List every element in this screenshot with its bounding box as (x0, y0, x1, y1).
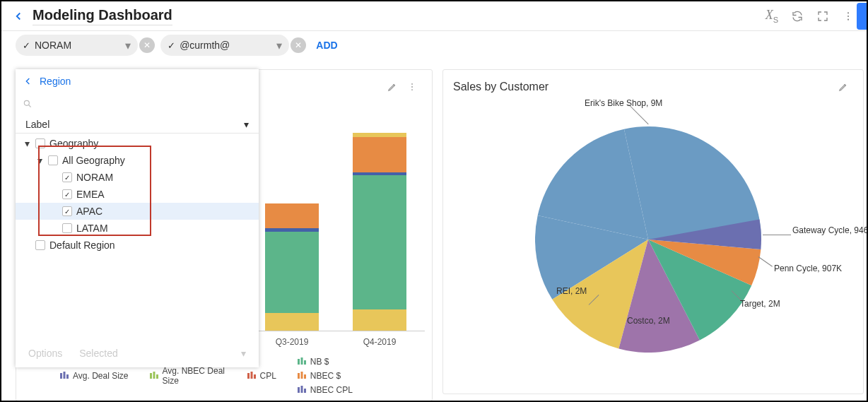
region-dropdown-panel: Region Label ▾ ▾ Geography ▾ All Geograp… (16, 69, 259, 367)
edit-icon[interactable] (833, 77, 853, 97)
svg-rect-9 (60, 373, 62, 379)
svg-rect-25 (300, 386, 303, 393)
svg-rect-24 (298, 387, 300, 393)
svg-rect-14 (156, 374, 158, 379)
back-button[interactable] (7, 5, 30, 28)
right-card-title: Sales by Customer (453, 81, 833, 93)
right-edge-accent (857, 3, 867, 30)
sales-by-customer-card: Sales by Customer (442, 69, 864, 394)
svg-point-2 (848, 18, 849, 20)
overflow-menu-icon[interactable] (402, 77, 422, 97)
dropdown-label-selector[interactable]: Label ▾ (16, 114, 259, 134)
svg-rect-22 (300, 372, 303, 379)
pie-label-gateway: Gateway Cycle, 946K (792, 225, 868, 235)
chevron-down-icon: ▾ (244, 119, 249, 130)
svg-rect-26 (304, 389, 306, 393)
dropdown-selected[interactable]: Selected (79, 348, 117, 359)
dropdown-options[interactable]: Options (28, 348, 62, 359)
pie-label-target: Target, 2M (740, 299, 780, 309)
checkbox[interactable] (35, 240, 45, 250)
svg-rect-13 (153, 372, 155, 379)
svg-rect-19 (300, 357, 303, 365)
check-icon: ✓ (23, 40, 30, 51)
legend-item[interactable]: Avg. NBEC Deal Size (150, 366, 226, 386)
bar-q4 (353, 133, 406, 331)
chip-label: @curmth@ (180, 40, 230, 51)
dropdown-footer: Options Selected ▾ (16, 339, 259, 367)
svg-point-1 (848, 15, 849, 16)
dropdown-breadcrumb-back[interactable]: Region (16, 69, 259, 93)
svg-rect-20 (304, 360, 306, 365)
svg-rect-16 (250, 372, 252, 379)
chevron-down-icon: ▾ (125, 39, 131, 52)
page-title: Modeling Dashboard (33, 7, 172, 25)
chip-remove-curmth[interactable]: ✕ (291, 37, 306, 53)
app-header: Modeling Dashboard XS (1, 1, 867, 31)
svg-point-27 (24, 100, 29, 105)
svg-point-0 (848, 12, 849, 13)
check-icon: ✓ (168, 40, 175, 51)
svg-rect-10 (64, 372, 66, 379)
legend-item[interactable]: Avg. Deal Size (60, 371, 129, 381)
svg-rect-18 (298, 359, 300, 365)
svg-rect-12 (150, 373, 152, 379)
pie-label-costco: Costco, 2M (627, 316, 670, 326)
legend-item[interactable]: CPL (247, 371, 276, 381)
dropdown-search[interactable] (16, 93, 259, 114)
pie-label-penn: Penn Cycle, 907K (774, 264, 842, 273)
chevron-down-icon: ▾ (276, 39, 282, 52)
pie-label-rei: REI, 2M (556, 286, 587, 296)
refresh-icon[interactable] (785, 4, 810, 29)
add-filter-link[interactable]: ADD (316, 40, 337, 51)
chip-label: NORAM (35, 40, 71, 51)
filter-chip-curmth[interactable]: ✓ @curmth@ ▾ (160, 35, 289, 56)
svg-rect-15 (247, 373, 250, 379)
chevron-down-icon: ▾ (241, 348, 246, 359)
svg-rect-11 (66, 374, 69, 379)
svg-point-5 (411, 89, 413, 90)
tree-node-default-region[interactable]: Default Region (16, 237, 259, 254)
svg-rect-21 (298, 373, 300, 379)
edit-icon[interactable] (382, 77, 402, 97)
filter-chip-noram[interactable]: ✓ NORAM ▾ (16, 35, 138, 56)
svg-rect-17 (254, 374, 256, 379)
pie-label-erik: Erik's Bike Shop, 9M (585, 98, 662, 108)
svg-point-3 (411, 83, 413, 85)
legend-item[interactable]: NB $ (298, 357, 329, 367)
chip-remove-noram[interactable]: ✕ (139, 37, 155, 53)
annotation-highlight-box (38, 146, 151, 236)
caret-down-icon: ▾ (23, 138, 31, 149)
xs-icon[interactable]: XS (759, 4, 785, 29)
svg-rect-23 (304, 374, 306, 379)
svg-point-4 (411, 86, 413, 88)
legend-item[interactable]: NBEC CPL (298, 385, 353, 395)
fullscreen-icon[interactable] (810, 4, 835, 29)
filter-bar: ✓ NORAM ▾ ✕ ✓ @curmth@ ▾ ✕ ADD (1, 31, 867, 59)
legend-item[interactable]: NBEC $ (298, 371, 341, 381)
